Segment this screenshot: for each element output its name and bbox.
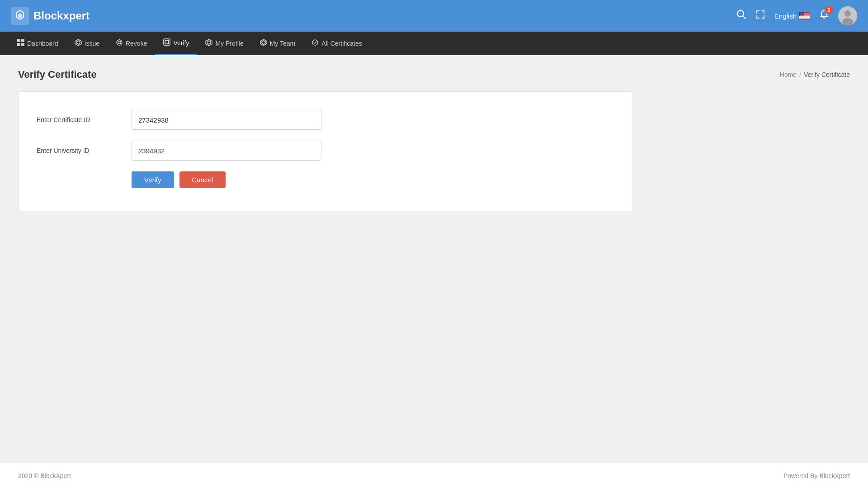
nav-label-revoke: Revoke <box>126 40 147 47</box>
svg-line-2 <box>743 16 745 19</box>
language-selector[interactable]: English ★★★★★★ ★★★★★ ★★★★★★ ★★★★★ ★★★★★★ <box>774 12 810 20</box>
search-icon[interactable] <box>736 9 746 22</box>
copyright: 2020 © BlockXpert <box>18 472 71 479</box>
cancel-button[interactable]: Cancel <box>179 171 226 188</box>
footer: 2020 © BlockXpert Powered By BlockXpert <box>0 463 868 488</box>
my-team-icon <box>260 39 267 48</box>
svg-rect-20 <box>21 39 24 42</box>
nav-label-my-team: My Team <box>270 40 296 47</box>
svg-marker-30 <box>206 39 212 46</box>
university-id-label: Enter University ID <box>37 147 118 154</box>
svg-rect-9 <box>799 19 810 19</box>
breadcrumb-current: Verify Certificate <box>804 71 850 78</box>
fullscreen-icon[interactable] <box>755 9 765 22</box>
svg-marker-31 <box>207 41 211 44</box>
breadcrumb: Home / Verify Certificate <box>780 71 850 78</box>
issue-icon <box>75 39 82 48</box>
svg-point-25 <box>117 40 122 45</box>
notification-bell[interactable]: 3 <box>819 9 829 22</box>
svg-rect-22 <box>21 43 24 46</box>
header: Blockxpert English <box>0 0 868 32</box>
nav-item-my-profile[interactable]: My Profile <box>197 32 251 55</box>
svg-rect-8 <box>799 17 810 18</box>
svg-rect-28 <box>164 39 170 45</box>
form-buttons: Verify Cancel <box>132 171 614 188</box>
revoke-icon <box>116 39 123 48</box>
page-header: Verify Certificate Home / Verify Certifi… <box>18 69 850 81</box>
breadcrumb-home[interactable]: Home <box>780 71 797 78</box>
nav-label-dashboard: Dashboard <box>27 40 58 47</box>
svg-rect-19 <box>17 39 20 42</box>
verify-button[interactable]: Verify <box>132 171 174 188</box>
university-id-input[interactable] <box>132 141 321 161</box>
svg-marker-24 <box>76 41 80 44</box>
notification-count: 3 <box>825 6 833 14</box>
nav-label-my-profile: My Profile <box>215 40 243 47</box>
my-profile-icon <box>205 39 212 48</box>
svg-marker-32 <box>260 39 267 46</box>
nav-item-issue[interactable]: Issue <box>66 32 108 55</box>
avatar[interactable] <box>838 6 857 25</box>
certificate-id-input[interactable] <box>132 110 321 130</box>
page-title: Verify Certificate <box>18 69 97 81</box>
svg-rect-29 <box>165 40 169 44</box>
language-label: English <box>774 12 797 20</box>
svg-rect-21 <box>17 43 20 46</box>
nav-item-revoke[interactable]: Revoke <box>108 32 155 55</box>
nav-label-verify: Verify <box>173 39 189 47</box>
nav-label-all-certificates: All Certificates <box>321 40 362 47</box>
svg-marker-23 <box>75 39 81 46</box>
breadcrumb-separator: / <box>799 71 801 78</box>
svg-point-17 <box>844 10 851 17</box>
powered-by: Powered By BlockXpert <box>783 472 850 479</box>
header-actions: English ★★★★★★ ★★★★★ ★★★★★★ ★★★★★ ★★★★★★ <box>736 6 857 25</box>
certificate-id-label: Enter Certificate ID <box>37 116 118 123</box>
svg-point-26 <box>118 41 121 44</box>
logo[interactable]: Blockxpert <box>11 7 90 25</box>
nav-item-dashboard[interactable]: Dashboard <box>9 32 66 55</box>
nav-label-issue: Issue <box>85 40 99 47</box>
main-content: Verify Certificate Home / Verify Certifi… <box>0 55 868 463</box>
nav-item-verify[interactable]: Verify <box>155 32 197 55</box>
nav-item-all-certificates[interactable]: All Certificates <box>303 32 370 55</box>
nav-item-my-team[interactable]: My Team <box>252 32 304 55</box>
verify-form-card: Enter Certificate ID Enter University ID… <box>18 91 633 211</box>
dashboard-icon <box>17 39 24 48</box>
verify-icon <box>163 38 170 47</box>
certificate-id-row: Enter Certificate ID <box>37 110 614 130</box>
all-certificates-icon <box>311 39 319 48</box>
nav: Dashboard Issue Revoke Verify <box>0 32 868 55</box>
svg-rect-7 <box>799 16 810 17</box>
university-id-row: Enter University ID <box>37 141 614 161</box>
svg-point-18 <box>842 18 853 25</box>
logo-text: Blockxpert <box>33 9 90 22</box>
svg-marker-33 <box>262 41 265 44</box>
